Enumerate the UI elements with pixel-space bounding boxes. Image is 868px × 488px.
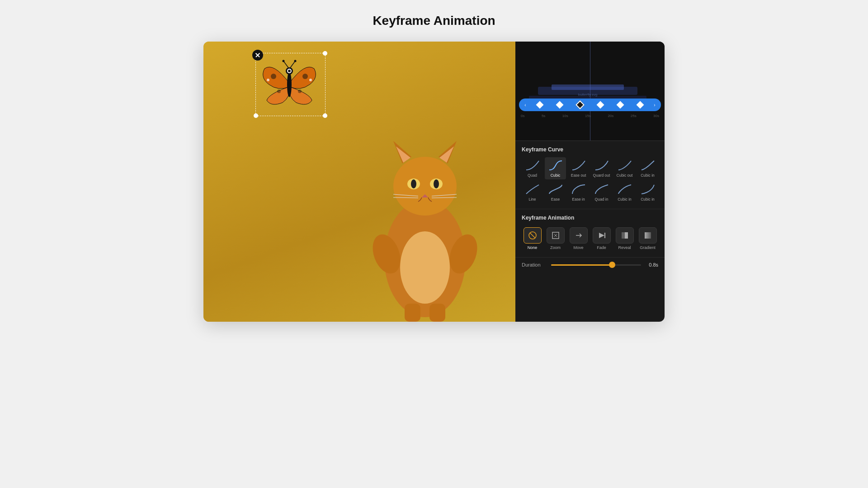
keyframe-prev-arrow[interactable]: ‹	[522, 101, 529, 108]
anim-gradient[interactable]: Gradient	[637, 225, 658, 252]
anim-fade-label: Fade	[597, 245, 606, 250]
anim-none-label: None	[528, 245, 538, 250]
curve-ease-in-label: Ease in	[572, 197, 585, 202]
keyframe-diamond-6[interactable]	[637, 101, 644, 109]
curve-cubic-in2-label: Cubic in	[641, 197, 655, 202]
curve-cubic-in2[interactable]: Cubic in	[637, 181, 658, 203]
svg-point-9	[434, 179, 439, 188]
curve-ease-label: Ease	[551, 197, 560, 202]
svg-rect-19	[429, 304, 445, 322]
anim-reveal-icon	[616, 227, 634, 244]
svg-point-32	[283, 60, 285, 62]
curve-cubic-in-top[interactable]: Cubic in	[637, 157, 658, 179]
cat-image	[362, 114, 488, 322]
curve-cubic-out-svg	[617, 159, 633, 172]
svg-point-17	[400, 231, 450, 304]
svg-point-21	[302, 74, 308, 79]
keyframe-diamonds	[530, 102, 650, 108]
keyframe-animation-title: Keyframe Animation	[522, 215, 658, 221]
curve-cubic-in-label: Cubic in	[618, 197, 632, 202]
time-label-20s: 20s	[608, 114, 613, 118]
keyframe-diamond-2[interactable]	[556, 101, 564, 109]
curve-quad-label: Quad	[528, 173, 537, 178]
svg-point-22	[277, 89, 281, 93]
anim-zoom-icon	[547, 227, 565, 244]
anim-zoom[interactable]: Zoom	[545, 225, 566, 252]
curve-quard-out[interactable]: Quard out	[591, 157, 612, 179]
duration-slider-track[interactable]	[551, 264, 641, 266]
main-container: butterfly.svg ‹ ›	[203, 42, 665, 322]
timeline-area: butterfly.svg ‹ ›	[515, 42, 665, 141]
curve-cubic-out-label: Cubic out	[617, 173, 633, 178]
anim-reveal-label: Reveal	[618, 245, 631, 250]
keyframe-curve-section: Keyframe Curve Quad Cubic	[515, 141, 665, 209]
curve-quad-in[interactable]: Quad in	[591, 181, 612, 203]
curve-quad-in-svg	[594, 183, 610, 196]
keyframe-diamond-5[interactable]	[617, 101, 624, 109]
curve-quard-out-svg	[594, 159, 610, 172]
svg-line-30	[283, 61, 288, 68]
anim-fade[interactable]: Fade	[591, 225, 612, 252]
curve-cubic-out[interactable]: Cubic out	[614, 157, 635, 179]
canvas-area	[203, 42, 515, 322]
curve-cubic-svg	[547, 159, 564, 172]
keyframe-diamond-selected[interactable]	[576, 100, 585, 109]
svg-line-39	[530, 233, 535, 238]
anim-fade-icon	[593, 227, 611, 244]
curve-quad[interactable]: Quad	[522, 157, 543, 179]
anim-move-icon	[570, 227, 588, 244]
svg-marker-41	[599, 233, 604, 238]
keyframe-diamond-4[interactable]	[597, 101, 604, 109]
close-button[interactable]	[252, 50, 263, 61]
svg-point-24	[267, 79, 269, 81]
svg-rect-45	[645, 232, 651, 239]
anim-none-icon	[524, 227, 542, 244]
right-panel: butterfly.svg ‹ ›	[515, 42, 665, 322]
curve-cubic[interactable]: Cubic	[545, 157, 566, 179]
time-label-5s: 5s	[542, 114, 545, 118]
time-label-0s: 0s	[521, 114, 524, 118]
anim-gradient-icon	[639, 227, 657, 244]
keyframe-bar: ‹ ›	[519, 99, 661, 111]
timeline-time-labels: 0s 5s 10s 15s 20s 25s 30s	[519, 114, 661, 118]
svg-point-26	[287, 72, 292, 97]
duration-label: Duration	[522, 262, 547, 267]
keyframe-diamond-1[interactable]	[536, 101, 544, 109]
keyframe-animation-section: Keyframe Animation None Zoom	[515, 209, 665, 258]
duration-value: 0.8s	[646, 262, 658, 267]
duration-row: Duration 0.8s	[515, 258, 665, 272]
page-title: Keyframe Animation	[373, 14, 495, 28]
anim-none[interactable]: None	[522, 225, 543, 252]
anim-gradient-label: Gradient	[640, 245, 656, 250]
duration-slider-thumb[interactable]	[609, 262, 615, 268]
curve-ease-svg	[547, 183, 564, 196]
curve-ease[interactable]: Ease	[545, 181, 566, 203]
curve-cubic-in[interactable]: Cubic in	[614, 181, 635, 203]
keyframe-next-arrow[interactable]: ›	[651, 101, 658, 108]
svg-point-33	[294, 60, 297, 62]
curve-ease-out[interactable]: Ease out	[568, 157, 589, 179]
svg-point-20	[271, 74, 276, 79]
svg-line-31	[290, 61, 295, 68]
time-label-30s: 30s	[653, 114, 659, 118]
curve-ease-in-svg	[571, 183, 587, 196]
anim-move[interactable]: Move	[568, 225, 589, 252]
time-label-10s: 10s	[562, 114, 568, 118]
curve-cubic-in-top-svg	[640, 159, 656, 172]
curve-line-svg	[524, 183, 541, 196]
curve-quad-svg	[524, 159, 541, 172]
time-label-15s: 15s	[585, 114, 591, 118]
anim-move-label: Move	[573, 245, 583, 250]
svg-rect-44	[625, 232, 628, 239]
timeline-content: butterfly.svg ‹ ›	[515, 42, 665, 141]
svg-rect-18	[405, 304, 420, 322]
curve-cubic-in-svg	[617, 183, 633, 196]
svg-point-29	[288, 70, 291, 72]
butterfly-image[interactable]	[260, 57, 319, 109]
anim-reveal[interactable]: Reveal	[614, 225, 635, 252]
svg-point-1	[393, 157, 457, 216]
time-label-25s: 25s	[631, 114, 637, 118]
curve-line[interactable]: Line	[522, 181, 543, 203]
curve-line-label: Line	[528, 197, 536, 202]
curve-ease-in[interactable]: Ease in	[568, 181, 589, 203]
